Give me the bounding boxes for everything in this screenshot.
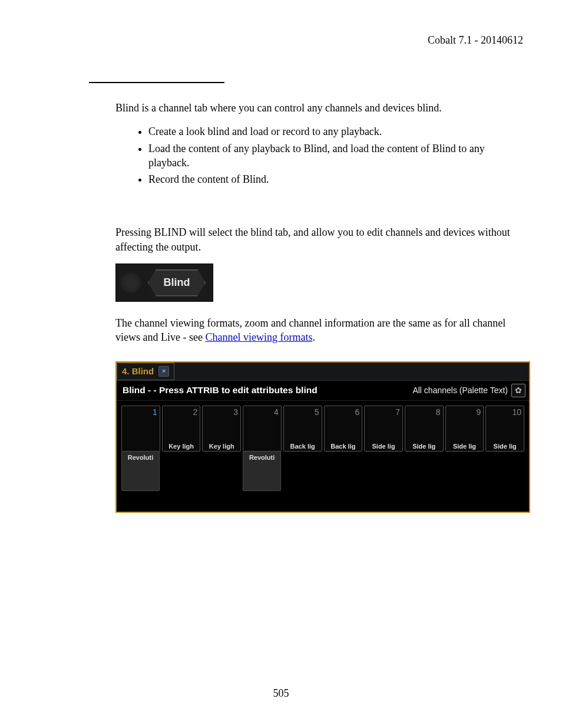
- channel-label: Back lig: [284, 443, 322, 450]
- channel-fixture-box[interactable]: Revoluti: [121, 451, 160, 491]
- tab-label: 4. Blind: [122, 366, 154, 376]
- channel-label: Side lig: [486, 443, 524, 450]
- gear-icon: ✿: [515, 386, 522, 395]
- channel-number: 10: [512, 407, 521, 417]
- channel-number: 1: [153, 407, 157, 417]
- channel-cell[interactable]: 2Key ligh: [162, 406, 201, 452]
- tab-blind[interactable]: 4. Blind ×: [117, 362, 174, 380]
- page-number: 505: [0, 687, 562, 700]
- channel-viewing-formats-link[interactable]: Channel viewing formats: [205, 331, 312, 343]
- panel-title: Blind - - Press ATTRIB to edit attribute…: [123, 385, 318, 396]
- channel-cell[interactable]: 8Side lig: [405, 406, 444, 452]
- list-item: Record the content of Blind.: [148, 172, 523, 186]
- blind-key-label: Blind: [164, 276, 190, 289]
- channel-label: Back lig: [325, 443, 362, 450]
- channel-cell[interactable]: 7Side lig: [364, 406, 403, 452]
- section-rule: [89, 82, 224, 83]
- channel-cell[interactable]: 10Side lig: [485, 406, 524, 452]
- channel-cell[interactable]: 4Revoluti: [243, 406, 282, 452]
- view-mode-label: All channels (Palette Text): [412, 386, 508, 395]
- formats-paragraph: The channel viewing formats, zoom and ch…: [115, 316, 523, 345]
- list-item: Load the content of any playback to Blin…: [148, 141, 523, 170]
- channel-row: 1Revoluti2Key ligh3Key ligh4Revoluti5Bac…: [121, 406, 524, 452]
- channel-number: 4: [274, 407, 279, 417]
- content-column: Blind is a channel tab where you can con…: [115, 101, 523, 513]
- settings-button[interactable]: ✿: [511, 384, 525, 397]
- page: Cobalt 7.1 - 20140612 Blind is a channel…: [0, 0, 562, 728]
- channel-fixture-label: Revoluti: [122, 454, 159, 461]
- channel-cell[interactable]: 5Back lig: [283, 406, 322, 452]
- tab-bar: 4. Blind ×: [117, 363, 529, 381]
- channel-cell[interactable]: 6Back lig: [324, 406, 363, 452]
- channel-number: 7: [395, 407, 400, 417]
- channel-grid: 1Revoluti2Key ligh3Key ligh4Revoluti5Bac…: [117, 401, 529, 512]
- channel-label: Key ligh: [163, 443, 200, 450]
- channel-cell[interactable]: 1Revoluti: [121, 406, 160, 452]
- indicator-icon: [120, 272, 142, 294]
- channel-number: 5: [315, 407, 319, 417]
- channel-number: 2: [193, 407, 198, 417]
- channel-number: 8: [436, 407, 441, 417]
- blind-hardware-button: Blind: [115, 263, 213, 302]
- panel-header: Blind - - Press ATTRIB to edit attribute…: [117, 381, 529, 401]
- channel-label: Side lig: [446, 443, 484, 450]
- channel-label: Key ligh: [203, 443, 240, 450]
- channel-cell[interactable]: 9Side lig: [445, 406, 484, 452]
- list-item: Create a look blind and load or record t…: [148, 124, 523, 139]
- channel-cell[interactable]: 3Key ligh: [202, 406, 241, 452]
- channel-fixture-box[interactable]: Revoluti: [243, 451, 281, 491]
- channel-fixture-label: Revoluti: [243, 454, 280, 461]
- channel-number: 6: [355, 407, 359, 417]
- channel-number: 3: [233, 407, 238, 417]
- channel-label: Side lig: [365, 443, 402, 450]
- channel-label: Side lig: [405, 443, 443, 450]
- channel-number: 9: [477, 407, 481, 417]
- panel-header-right: All channels (Palette Text) ✿: [412, 384, 525, 397]
- doc-header: Cobalt 7.1 - 20140612: [39, 34, 523, 47]
- intro-paragraph: Blind is a channel tab where you can con…: [115, 101, 523, 115]
- close-icon[interactable]: ×: [158, 366, 169, 377]
- press-blind-paragraph: Pressing BLIND will select the blind tab…: [115, 225, 523, 254]
- blind-panel: 4. Blind × Blind - - Press ATTRIB to edi…: [115, 361, 530, 513]
- feature-list: Create a look blind and load or record t…: [115, 124, 523, 186]
- para3-suffix: .: [312, 331, 315, 343]
- blind-key-cap: Blind: [148, 269, 206, 297]
